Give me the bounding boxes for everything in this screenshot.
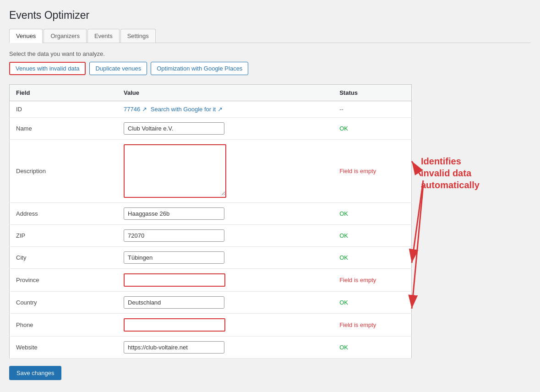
table-row: Province Field is empty (10, 269, 412, 292)
id-link[interactable]: 77746 ↗ (124, 106, 147, 113)
tab-events[interactable]: Events (87, 29, 120, 43)
field-label: Name (10, 118, 118, 140)
status-cell: OK (333, 337, 411, 359)
table-row: Description Field is empty (10, 140, 412, 203)
description-textarea[interactable] (125, 145, 225, 196)
value-cell (117, 140, 333, 203)
city-input[interactable] (124, 251, 224, 264)
select-label: Select the data you want to analyze. (9, 50, 531, 57)
country-input[interactable] (124, 296, 224, 309)
province-error-border (124, 273, 225, 287)
status-cell: OK (333, 225, 411, 247)
status-error: Field is empty (339, 277, 376, 283)
tab-settings[interactable]: Settings (120, 29, 156, 43)
filter-optimization-google[interactable]: Optimization with Google Places (151, 62, 248, 75)
website-input[interactable] (124, 341, 224, 354)
field-label: Address (10, 203, 118, 225)
field-label: ID (10, 101, 118, 118)
status-dash: -- (339, 106, 344, 113)
table-row: City OK (10, 247, 412, 269)
tab-venues[interactable]: Venues (9, 29, 43, 43)
data-table: Field Value Status ID 77746 ↗ (9, 84, 412, 359)
status-ok: OK (339, 344, 348, 351)
callout-section: Identifiesinvalid dataautomatically (412, 84, 531, 380)
status-cell: -- (333, 101, 411, 118)
status-cell: OK (333, 203, 411, 225)
status-ok: OK (339, 232, 348, 239)
phone-input[interactable] (125, 319, 224, 331)
data-table-container: Field Value Status ID 77746 ↗ (9, 84, 412, 359)
filter-duplicate-venues[interactable]: Duplicate venues (89, 62, 147, 75)
table-row: ZIP OK (10, 225, 412, 247)
col-header-status: Status (333, 85, 411, 101)
col-header-field: Field (10, 85, 118, 101)
field-label: Country (10, 292, 118, 314)
field-label: Province (10, 269, 118, 292)
field-label: Phone (10, 314, 118, 337)
status-cell: OK (333, 118, 411, 140)
address-input[interactable] (124, 207, 224, 220)
svg-line-1 (412, 161, 421, 176)
status-ok: OK (339, 254, 348, 261)
status-ok: OK (339, 299, 348, 306)
value-cell (117, 118, 333, 140)
save-button[interactable]: Save changes (9, 366, 61, 380)
status-cell: OK (333, 292, 411, 314)
status-cell: Field is empty (333, 269, 411, 292)
filter-venues-invalid[interactable]: Venues with invalid data (9, 62, 86, 75)
status-cell: OK (333, 247, 411, 269)
table-row: Name OK (10, 118, 412, 140)
value-cell (117, 225, 333, 247)
value-cell (117, 314, 333, 337)
table-row: Website OK (10, 337, 412, 359)
field-label: ZIP (10, 225, 118, 247)
description-error-border (124, 144, 226, 198)
name-input[interactable] (124, 122, 224, 135)
svg-line-2 (412, 180, 423, 263)
zip-input[interactable] (124, 229, 224, 242)
status-cell: Field is empty (333, 140, 411, 203)
value-cell (117, 269, 333, 292)
value-cell (117, 247, 333, 269)
page-title: Events Optimizer (9, 9, 531, 22)
svg-line-3 (412, 185, 423, 309)
status-cell: Field is empty (333, 314, 411, 337)
table-row: ID 77746 ↗ Search with Google for it ↗ -… (10, 101, 412, 118)
table-row: Country OK (10, 292, 412, 314)
table-row: Phone Field is empty (10, 314, 412, 337)
value-cell (117, 292, 333, 314)
province-input[interactable] (125, 274, 224, 286)
value-cell (117, 203, 333, 225)
arrows-svg: Identifiesinvalid dataautomatically (398, 84, 517, 392)
table-row: Address OK (10, 203, 412, 225)
phone-error-border (124, 318, 225, 332)
search-google-link[interactable]: Search with Google for it ↗ (151, 106, 223, 113)
status-ok: OK (339, 125, 348, 132)
status-error: Field is empty (339, 168, 376, 174)
tab-organizers[interactable]: Organizers (44, 29, 87, 43)
field-label: City (10, 247, 118, 269)
field-label: Description (10, 140, 118, 203)
col-header-value: Value (117, 85, 333, 101)
tabs-bar: Venues Organizers Events Settings (9, 29, 531, 43)
status-error: Field is empty (339, 321, 376, 328)
filter-buttons: Venues with invalid data Duplicate venue… (9, 62, 531, 75)
field-label: Website (10, 337, 118, 359)
id-cell: 77746 ↗ Search with Google for it ↗ (117, 101, 333, 118)
status-ok: OK (339, 210, 348, 217)
value-cell (117, 337, 333, 359)
